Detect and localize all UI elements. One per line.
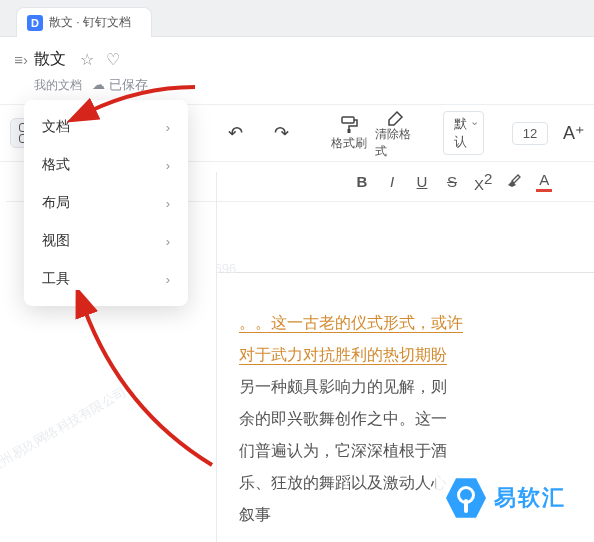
clear-format-label: 清除格式 bbox=[375, 126, 415, 160]
chevron-right-icon: › bbox=[166, 120, 170, 135]
font-size-select[interactable]: 12 bbox=[512, 122, 548, 145]
tab-title: 散文 · 钉钉文档 bbox=[49, 14, 131, 31]
sidebar-toggle-button[interactable]: ≡› bbox=[8, 51, 34, 68]
menu-item-view[interactable]: 视图› bbox=[24, 222, 188, 260]
redo-icon: ↷ bbox=[274, 123, 289, 143]
font-increase-icon: A⁺ bbox=[563, 123, 585, 143]
doc-app-icon: D bbox=[27, 15, 43, 31]
star-icon[interactable]: ☆ bbox=[80, 50, 94, 69]
brand-logo: 易软汇 bbox=[436, 470, 576, 526]
page-break bbox=[217, 272, 594, 273]
doc-title[interactable]: 散文 bbox=[34, 49, 66, 70]
bell-icon[interactable]: ♡ bbox=[106, 50, 120, 69]
svg-rect-1 bbox=[348, 129, 351, 133]
svg-rect-0 bbox=[342, 117, 354, 123]
paint-roller-icon bbox=[339, 115, 359, 135]
menu-item-document[interactable]: 文档› bbox=[24, 108, 188, 146]
clear-format-button[interactable]: 清除格式 bbox=[375, 112, 415, 154]
view-dropdown-menu: 文档› 格式› 布局› 视图› 工具› bbox=[24, 100, 188, 306]
chevron-right-icon: › bbox=[166, 234, 170, 249]
eraser-icon bbox=[385, 106, 405, 126]
format-painter-label: 格式刷 bbox=[331, 135, 367, 152]
undo-button[interactable]: ↶ bbox=[215, 112, 255, 154]
chevron-right-icon: › bbox=[166, 272, 170, 287]
redo-button[interactable]: ↷ bbox=[261, 112, 301, 154]
chevron-right-icon: › bbox=[166, 196, 170, 211]
font-family-select[interactable]: 默认 bbox=[443, 111, 484, 155]
hex-icon bbox=[446, 476, 486, 520]
menu-item-format[interactable]: 格式› bbox=[24, 146, 188, 184]
menu-item-layout[interactable]: 布局› bbox=[24, 184, 188, 222]
undo-icon: ↶ bbox=[228, 123, 243, 143]
increase-font-button[interactable]: A⁺ bbox=[554, 112, 594, 154]
menu-item-tools[interactable]: 工具› bbox=[24, 260, 188, 298]
save-status: ☁ 已保存 bbox=[92, 76, 148, 94]
watermark: 2｜5696 bbox=[216, 260, 236, 278]
chevron-right-icon: › bbox=[166, 158, 170, 173]
brand-text: 易软汇 bbox=[494, 483, 566, 513]
format-painter-button[interactable]: 格式刷 bbox=[329, 112, 369, 154]
breadcrumb[interactable]: 我的文档 bbox=[34, 77, 82, 94]
window-tab[interactable]: D 散文 · 钉钉文档 bbox=[16, 7, 152, 37]
